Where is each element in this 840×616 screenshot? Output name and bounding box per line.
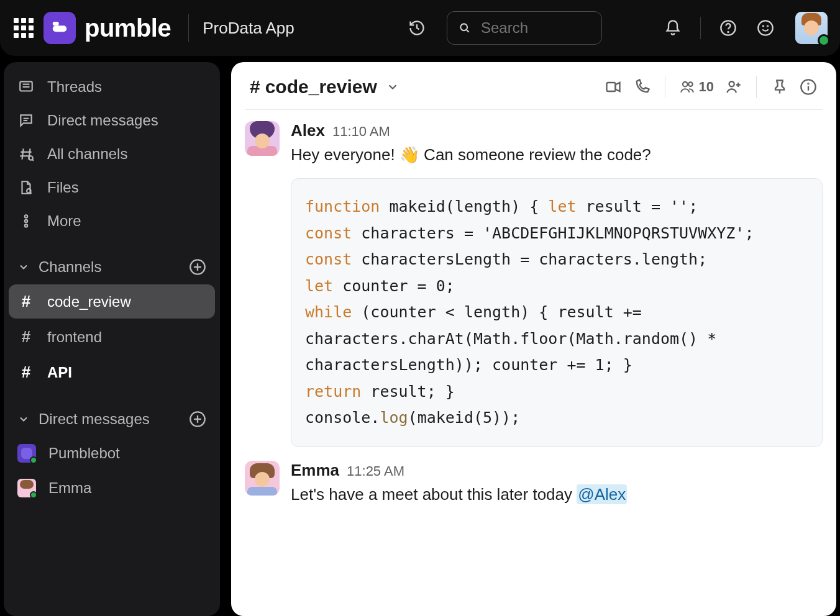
section-label: Channels bbox=[39, 258, 180, 276]
svg-point-2 bbox=[460, 24, 467, 30]
people-icon bbox=[679, 79, 695, 95]
channel-name: frontend bbox=[47, 328, 102, 346]
separator bbox=[665, 76, 665, 98]
svg-point-22 bbox=[25, 215, 27, 217]
notifications-icon[interactable] bbox=[659, 14, 687, 42]
history-icon[interactable] bbox=[403, 14, 431, 42]
message-author[interactable]: Emma bbox=[291, 461, 339, 480]
section-label: Direct messages bbox=[39, 410, 180, 428]
svg-line-19 bbox=[32, 160, 34, 161]
dm-icon bbox=[17, 112, 35, 129]
message-time: 11:10 AM bbox=[332, 124, 390, 140]
more-icon bbox=[17, 212, 35, 230]
search-input[interactable] bbox=[481, 19, 590, 37]
svg-rect-31 bbox=[606, 83, 615, 91]
message-author[interactable]: Alex bbox=[291, 121, 325, 140]
apps-grid-icon[interactable] bbox=[12, 17, 35, 39]
svg-line-14 bbox=[22, 148, 24, 159]
info-icon[interactable] bbox=[799, 78, 818, 96]
svg-point-41 bbox=[808, 83, 808, 84]
workspace-logo[interactable] bbox=[43, 12, 76, 44]
svg-rect-1 bbox=[53, 22, 59, 25]
user-avatar[interactable] bbox=[795, 12, 828, 44]
add-dm-icon[interactable] bbox=[189, 410, 206, 428]
chevron-down-icon bbox=[17, 413, 30, 425]
svg-rect-9 bbox=[20, 81, 32, 91]
svg-point-6 bbox=[758, 20, 772, 35]
hash-icon: # bbox=[17, 363, 35, 382]
svg-point-33 bbox=[682, 82, 687, 87]
svg-point-7 bbox=[763, 26, 764, 27]
avatar bbox=[17, 444, 36, 463]
message-text: Hey everyone! 👋 Can someone review the c… bbox=[291, 143, 823, 167]
dm-section-header[interactable]: Direct messages bbox=[9, 403, 215, 435]
files-icon bbox=[17, 179, 35, 196]
chevron-down-icon bbox=[386, 80, 399, 94]
channel-name: API bbox=[47, 364, 72, 381]
separator bbox=[188, 14, 189, 42]
sidebar-item-label: All channels bbox=[47, 145, 127, 163]
message: Alex 11:10 AM Hey everyone! 👋 Can someon… bbox=[245, 121, 823, 447]
channel-title[interactable]: # code_review bbox=[250, 76, 399, 97]
top-bar: pumble ProData App bbox=[0, 0, 840, 56]
code-block: function makeid(length) { let result = '… bbox=[291, 178, 823, 447]
svg-point-20 bbox=[27, 189, 31, 193]
avatar[interactable] bbox=[245, 461, 280, 496]
dm-item-emma[interactable]: Emma bbox=[9, 471, 215, 505]
chevron-down-icon bbox=[17, 261, 30, 273]
separator bbox=[700, 17, 701, 39]
sidebar-item-label: Threads bbox=[47, 78, 102, 96]
channel-name: code_review bbox=[47, 293, 131, 310]
video-call-icon[interactable] bbox=[604, 78, 623, 96]
hash-icon: # bbox=[17, 327, 35, 346]
dm-item-pumblebot[interactable]: Pumblebot bbox=[9, 437, 215, 470]
channels-section-header[interactable]: Channels bbox=[9, 251, 215, 283]
channel-item-code-review[interactable]: # code_review bbox=[9, 284, 215, 319]
emoji-icon[interactable] bbox=[752, 14, 779, 42]
dm-name: Emma bbox=[48, 479, 91, 497]
message-time: 11:25 AM bbox=[347, 463, 404, 479]
hash-icon: # bbox=[17, 292, 35, 311]
search-icon bbox=[459, 20, 471, 35]
sidebar-item-files[interactable]: Files bbox=[9, 171, 215, 204]
svg-marker-32 bbox=[615, 83, 619, 91]
sidebar-item-all-channels[interactable]: All channels bbox=[9, 138, 215, 170]
avatar bbox=[17, 479, 36, 497]
help-icon[interactable] bbox=[714, 14, 742, 42]
search-box[interactable] bbox=[447, 11, 602, 45]
wave-emoji: 👋 bbox=[399, 143, 419, 167]
svg-point-23 bbox=[25, 220, 27, 222]
message-text: Let's have a meet about this later today… bbox=[291, 482, 823, 507]
add-member-icon[interactable] bbox=[724, 78, 742, 96]
threads-icon bbox=[17, 78, 35, 96]
add-channel-icon[interactable] bbox=[189, 258, 206, 276]
pin-icon[interactable] bbox=[770, 78, 789, 96]
channel-name: code_review bbox=[265, 76, 377, 97]
app-wordmark: pumble bbox=[84, 14, 171, 42]
svg-point-34 bbox=[688, 82, 693, 86]
presence-indicator bbox=[818, 34, 830, 47]
separator bbox=[756, 76, 757, 98]
sidebar-item-label: More bbox=[47, 212, 81, 230]
avatar[interactable] bbox=[245, 121, 280, 156]
sidebar-item-more[interactable]: More bbox=[9, 205, 215, 237]
sidebar-item-label: Files bbox=[47, 179, 79, 196]
sidebar-item-threads[interactable]: Threads bbox=[9, 71, 215, 103]
workspace-name[interactable]: ProData App bbox=[203, 19, 294, 38]
svg-point-18 bbox=[29, 156, 33, 160]
dm-name: Pumblebot bbox=[48, 445, 120, 462]
channel-item-api[interactable]: # API bbox=[9, 355, 215, 389]
message-list: Alex 11:10 AM Hey everyone! 👋 Can someon… bbox=[231, 110, 836, 518]
svg-point-8 bbox=[767, 26, 768, 27]
channel-item-frontend[interactable]: # frontend bbox=[9, 320, 215, 354]
svg-point-5 bbox=[728, 32, 728, 32]
member-count[interactable]: 10 bbox=[679, 79, 714, 95]
sidebar-item-label: Direct messages bbox=[47, 112, 158, 129]
sidebar: Threads Direct messages All channels Fil… bbox=[4, 62, 220, 616]
message: Emma 11:25 AM Let's have a meet about th… bbox=[245, 461, 823, 507]
sidebar-item-dm[interactable]: Direct messages bbox=[9, 104, 215, 137]
channel-header: # code_review 10 bbox=[231, 62, 836, 109]
mention[interactable]: @Alex bbox=[577, 484, 627, 504]
phone-call-icon[interactable] bbox=[632, 78, 651, 96]
svg-line-21 bbox=[30, 192, 32, 194]
